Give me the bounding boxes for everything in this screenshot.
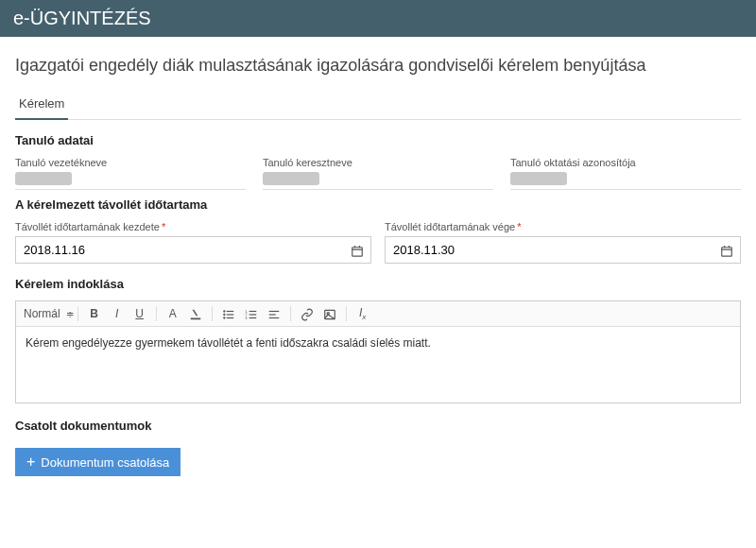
link-button[interactable]: [301, 307, 314, 321]
attach-button-label: Dokumentum csatolása: [41, 455, 169, 470]
richtext-editor: Normál ≑ B I U A 123: [15, 300, 741, 403]
label-eduid: Tanuló oktatási azonosítója: [510, 157, 741, 168]
page-title: Igazgatói engedély diák mulasztásának ig…: [15, 56, 741, 76]
svg-point-8: [223, 310, 225, 312]
value-firstname: [263, 172, 319, 185]
underline-button[interactable]: U: [133, 307, 146, 320]
label-firstname: Tanuló keresztneve: [263, 157, 493, 168]
editor-body[interactable]: Kérem engedélyezze gyermekem távollétét …: [16, 327, 740, 402]
svg-rect-21: [268, 314, 275, 315]
value-lastname: [15, 172, 72, 185]
svg-text:3: 3: [245, 316, 247, 319]
svg-rect-13: [226, 317, 233, 318]
input-absence-end[interactable]: [385, 236, 741, 264]
editor-toolbar: Normál ≑ B I U A 123: [16, 301, 740, 327]
svg-point-10: [223, 313, 225, 315]
svg-rect-15: [249, 314, 256, 315]
svg-rect-11: [226, 314, 233, 315]
svg-point-12: [223, 317, 225, 318]
input-absence-start[interactable]: [15, 236, 371, 264]
bg-color-button[interactable]: [189, 307, 202, 321]
section-absence-title: A kérelmezett távollét időtartama: [15, 197, 741, 212]
label-absence-end: Távollét időtartamának vége*: [385, 221, 741, 232]
label-absence-start: Távollét időtartamának kezdete*: [15, 221, 371, 232]
text-color-button[interactable]: A: [166, 307, 180, 320]
value-eduid: [510, 172, 567, 185]
svg-rect-20: [268, 311, 279, 312]
section-attachments-title: Csatolt dokumentumok: [15, 419, 741, 433]
svg-rect-9: [226, 311, 233, 312]
align-button[interactable]: [267, 307, 281, 321]
bold-button[interactable]: B: [88, 307, 101, 320]
image-button[interactable]: [323, 307, 336, 321]
attach-document-button[interactable]: + Dokumentum csatolása: [15, 448, 180, 476]
page-body: Igazgatói engedély diák mulasztásának ig…: [0, 37, 756, 486]
label-lastname: Tanuló vezetékneve: [15, 157, 246, 168]
italic-button[interactable]: I: [111, 307, 124, 320]
chevron-updown-icon: ≑: [66, 309, 74, 319]
svg-rect-22: [268, 317, 279, 318]
clear-format-button[interactable]: Ix: [356, 306, 369, 321]
list-bullet-button[interactable]: [222, 307, 235, 321]
svg-rect-16: [249, 317, 256, 318]
list-numbered-button[interactable]: 123: [245, 307, 258, 321]
plus-icon: +: [26, 454, 35, 470]
app-header: e-ÜGYINTÉZÉS: [0, 0, 756, 37]
format-dropdown[interactable]: Normál ≑: [24, 307, 74, 320]
svg-rect-14: [249, 311, 256, 312]
section-student-title: Tanuló adatai: [15, 133, 741, 147]
section-reason-title: Kérelem indoklása: [15, 277, 741, 291]
tab-request[interactable]: Kérelem: [15, 89, 68, 120]
app-title: e-ÜGYINTÉZÉS: [13, 8, 151, 28]
tab-row: Kérelem: [15, 89, 741, 120]
